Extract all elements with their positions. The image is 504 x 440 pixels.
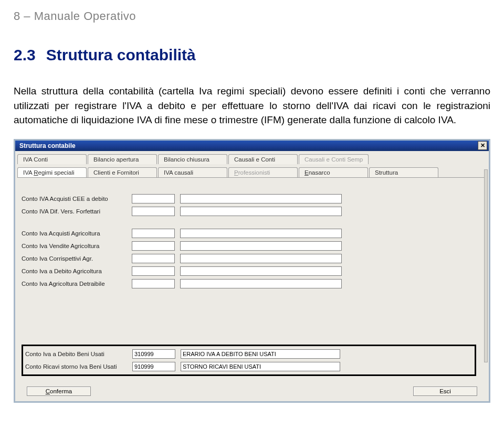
code-input[interactable]: [132, 266, 175, 276]
tab-bilancio-apertura[interactable]: Bilancio apertura: [88, 154, 157, 164]
tab-causali-conti-semp: Causali e Conti Semp: [299, 154, 369, 164]
close-icon: ✕: [480, 143, 485, 148]
code-input[interactable]: [132, 194, 175, 203]
field-label: Conto Iva a Debito Agricoltura: [22, 268, 132, 274]
field-iva-acq-agricoltura: Conto Iva Acquisti Agricoltura: [22, 227, 482, 240]
field-label: Conto Iva Corrispettivi Agr.: [22, 255, 132, 262]
desc-input[interactable]: [180, 254, 342, 263]
field-label: Conto Iva Acquisti Agricoltura: [22, 230, 132, 237]
field-ricavi-storno-beni-usati: Conto Ricavi storno Iva Beni Usati: [25, 360, 472, 373]
scrollbar[interactable]: [484, 169, 488, 362]
heading-number: 2.3: [14, 46, 36, 63]
highlight-beni-usati: Conto Iva a Debito Beni Usati Conto Rica…: [22, 345, 476, 376]
tab-row-2: IVA Regimi speciali Clienti e Fornitori …: [15, 164, 489, 177]
dialog-title: Struttura contabile: [19, 142, 76, 149]
field-label: Conto IVA Acquisti CEE a debito: [22, 196, 132, 202]
field-label: Conto IVA Dif. Vers. Forfettari: [22, 208, 132, 214]
tab-causali-conti[interactable]: Causali e Conti: [228, 154, 298, 164]
tab-iva-causali[interactable]: IVA causali: [158, 167, 227, 177]
desc-input[interactable]: [180, 279, 342, 288]
tab-bilancio-chiusura[interactable]: Bilancio chiusura: [158, 154, 227, 164]
field-label: Conto Ricavi storno Iva Beni Usati: [25, 363, 132, 370]
field-iva-agricoltura-detraibile: Conto Iva Agricoltura Detraibile: [22, 277, 482, 290]
code-input[interactable]: [132, 349, 175, 359]
tab-struttura[interactable]: Struttura: [369, 167, 438, 177]
desc-input[interactable]: [180, 266, 342, 276]
tab-clienti-fornitori[interactable]: Clienti e Fornitori: [88, 167, 157, 177]
code-input[interactable]: [132, 207, 175, 216]
desc-input[interactable]: [180, 194, 342, 203]
exit-button[interactable]: Esci: [413, 387, 477, 396]
field-iva-debito-beni-usati: Conto Iva a Debito Beni Usati: [25, 348, 472, 360]
heading-2-3: 2.3Struttura contabilità: [14, 46, 490, 64]
button-row: Conferma Esci: [15, 383, 489, 401]
desc-input[interactable]: [181, 362, 340, 371]
desc-input[interactable]: [180, 241, 342, 251]
field-iva-vend-agricoltura: Conto Iva Vendite Agricoltura: [22, 240, 482, 252]
tab-iva-conti[interactable]: IVA Conti: [17, 154, 87, 164]
code-input[interactable]: [132, 241, 175, 251]
heading-title: Struttura contabilità: [46, 46, 196, 63]
titlebar: Struttura contabile ✕: [15, 141, 489, 151]
desc-input[interactable]: [180, 207, 342, 216]
tab-enasarco[interactable]: Enasarco: [299, 167, 368, 177]
code-input[interactable]: [132, 362, 175, 371]
code-input[interactable]: [132, 254, 175, 263]
page-header: 8 – Manuale Operativo: [14, 9, 490, 23]
form-area: Conto IVA Acquisti CEE a debito Conto IV…: [15, 178, 489, 383]
body-paragraph: Nella struttura della contabilità (carte…: [14, 84, 490, 127]
field-iva-acquisti-cee: Conto IVA Acquisti CEE a debito: [22, 192, 482, 205]
field-iva-dif-vers-forfettari: Conto IVA Dif. Vers. Forfettari: [22, 205, 482, 218]
dialog-struttura-contabile: Struttura contabile ✕ IVA Conti Bilancio…: [15, 141, 489, 401]
desc-input[interactable]: [180, 229, 342, 238]
field-label: Conto Iva Agricoltura Detraibile: [22, 281, 132, 287]
field-iva-debito-agricoltura: Conto Iva a Debito Agricoltura: [22, 265, 482, 277]
tab-row-1: IVA Conti Bilancio apertura Bilancio chi…: [15, 151, 489, 164]
confirm-button[interactable]: Conferma: [27, 387, 91, 396]
field-label: Conto Iva Vendite Agricoltura: [22, 243, 132, 249]
code-input[interactable]: [132, 279, 175, 288]
tab-iva-regimi-speciali[interactable]: IVA Regimi speciali: [17, 167, 87, 177]
desc-input[interactable]: [181, 349, 340, 359]
code-input[interactable]: [132, 229, 175, 238]
close-button[interactable]: ✕: [478, 141, 487, 150]
tab-professionisti: Professionisti: [228, 167, 298, 177]
field-label: Conto Iva a Debito Beni Usati: [25, 351, 132, 357]
field-iva-corrispettivi-agr: Conto Iva Corrispettivi Agr.: [22, 252, 482, 265]
